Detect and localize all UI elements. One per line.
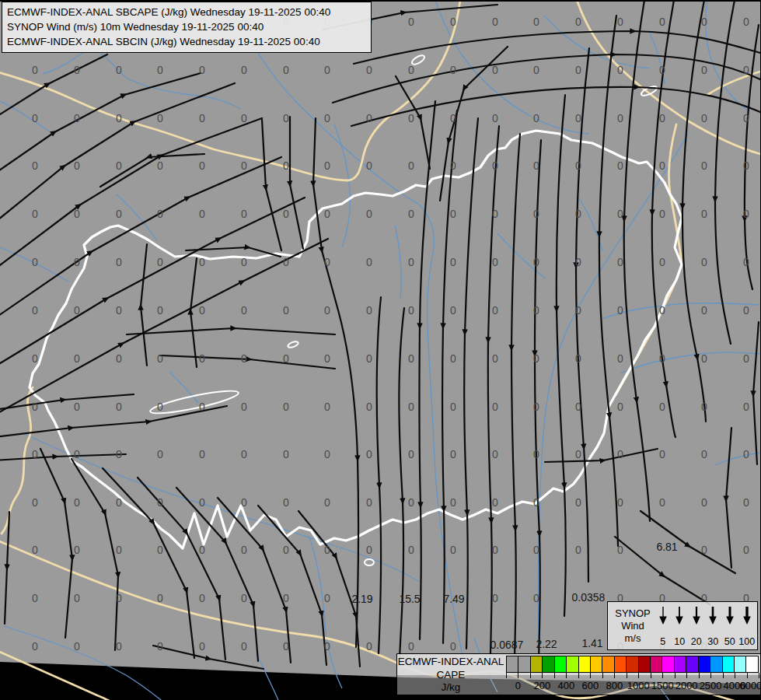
zero-value-label: 0	[74, 640, 80, 653]
zero-value-label: 0	[283, 159, 289, 172]
colorbar-cell	[722, 656, 735, 673]
zero-value-label: 0	[157, 592, 163, 604]
cape-unit: J/kg	[442, 681, 461, 693]
zero-value-label: 0	[74, 592, 80, 604]
colorbar-tick	[602, 673, 603, 678]
zero-value-label: 0	[74, 496, 80, 509]
zero-value-label: 0	[241, 304, 247, 317]
cape-legend-title: ECMWF-INDEX-ANAL CAPE J/kg	[397, 654, 504, 695]
wind-speed-value: 100	[738, 637, 755, 648]
zero-value-label: 0	[659, 496, 665, 509]
colorbar-tick	[627, 673, 627, 678]
zero-value-label: 0	[659, 401, 665, 413]
zero-value-label: 0	[450, 352, 456, 365]
zero-value-label: 0	[241, 448, 247, 460]
zero-value-label: 0	[408, 352, 414, 365]
zero-value-label: 0	[743, 64, 749, 76]
wind-speed-value: 50	[724, 637, 735, 648]
zero-value-label: 0	[324, 544, 330, 556]
zero-value-label: 0	[324, 304, 330, 317]
zero-value-label: 0	[701, 304, 707, 317]
zero-value-label: 0	[32, 208, 38, 220]
zero-value-label: 0	[617, 401, 623, 413]
station-value-label: 0.0687	[490, 639, 524, 651]
wind-streamlines	[0, 0, 760, 669]
zero-value-label: 0	[116, 256, 122, 268]
colorbar-tick	[590, 673, 591, 678]
zero-value-label: 0	[617, 496, 623, 509]
zero-value-label: 0	[199, 592, 205, 604]
zero-value-label: 0	[366, 448, 372, 460]
zero-value-label: 0	[241, 159, 247, 172]
zero-value-label: 0	[575, 401, 581, 413]
zero-value-label: 0	[533, 544, 539, 556]
colorbar-tick	[651, 673, 651, 678]
zero-value-label: 0	[366, 401, 372, 413]
zero-value-label: 0	[241, 544, 247, 556]
colorbar-cell	[686, 656, 698, 673]
zero-value-label: 0	[408, 112, 414, 124]
colorbar-cell	[506, 656, 518, 673]
zero-value-label: 0	[283, 112, 289, 124]
zero-value-label: 0	[743, 448, 749, 460]
zero-value-label: 0	[492, 16, 498, 28]
colorbar-cell	[602, 656, 614, 673]
zero-value-label: 0	[324, 352, 330, 365]
colorbar-cell	[530, 656, 543, 673]
zero-value-label: 0	[74, 304, 80, 317]
zero-value-label: 0	[701, 159, 707, 172]
zero-value-label: 0	[241, 112, 247, 124]
zero-value-label: 0	[492, 592, 498, 604]
zero-value-label: 0	[617, 64, 623, 76]
colorbar-tick	[518, 673, 518, 678]
zero-value-label: 0	[659, 448, 665, 460]
zero-value-label: 0	[450, 304, 456, 317]
zero-value-label: 0	[617, 544, 623, 556]
zero-value-label: 0	[199, 352, 205, 365]
zero-value-label: 0	[533, 208, 539, 220]
zero-value-label: 0	[533, 112, 539, 124]
colorbar-cell	[518, 656, 530, 673]
zero-value-label: 0	[157, 496, 163, 509]
zero-value-label: 0	[241, 208, 247, 220]
zero-value-label: 0	[743, 112, 749, 124]
zero-value-label: 0	[659, 64, 665, 76]
zero-value-label: 0	[324, 448, 330, 460]
zero-value-label: 0	[492, 159, 498, 172]
colorbar-cell	[674, 656, 686, 673]
zero-value-label: 0	[283, 448, 289, 460]
zero-value-label: 0	[283, 352, 289, 365]
zero-value-label: 0	[199, 496, 205, 509]
zero-value-label: 0	[283, 592, 289, 604]
zero-value-label: 0	[450, 448, 456, 460]
zero-value-label: 0	[199, 304, 205, 317]
zero-value-label: 0	[408, 64, 414, 76]
zero-value-label: 0	[743, 16, 749, 28]
zero-value-label: 0	[701, 256, 707, 268]
zero-value-label: 0	[366, 112, 372, 124]
zero-value-label: 0	[617, 256, 623, 268]
zero-value-label: 0	[157, 64, 163, 76]
title-line-wind: SYNOP Wind (m/s) 10m Wednesday 19-11-202…	[7, 19, 366, 34]
zero-value-label: 0	[659, 16, 665, 28]
map-title-box: ECMWF-INDEX-ANAL SBCAPE (J/kg) Wednesday…	[2, 2, 372, 53]
zero-value-label: 0	[116, 112, 122, 124]
zero-value-label: 0	[116, 592, 122, 604]
zero-value-label: 0	[324, 208, 330, 220]
zero-value-label: 0	[743, 304, 749, 317]
map-canvas: 0000000000000000000000000000000000000000…	[0, 0, 761, 700]
down-arrow-icon	[722, 604, 738, 626]
zero-value-label: 0	[533, 304, 539, 317]
zero-value-label: 0	[199, 256, 205, 268]
colorbar-cell	[542, 656, 554, 673]
zero-value-label: 0	[32, 401, 38, 413]
zero-value-label: 0	[283, 208, 289, 220]
colorbar-value: 800	[606, 680, 623, 691]
zero-value-label: 0	[283, 640, 289, 653]
colorbar-value: 200	[534, 680, 551, 691]
colorbar-tick	[723, 673, 724, 678]
zero-value-label: 0	[533, 64, 539, 76]
zero-value-label: 0	[743, 496, 749, 509]
zero-value-label: 0	[743, 401, 749, 413]
zero-value-label: 0	[32, 592, 38, 604]
